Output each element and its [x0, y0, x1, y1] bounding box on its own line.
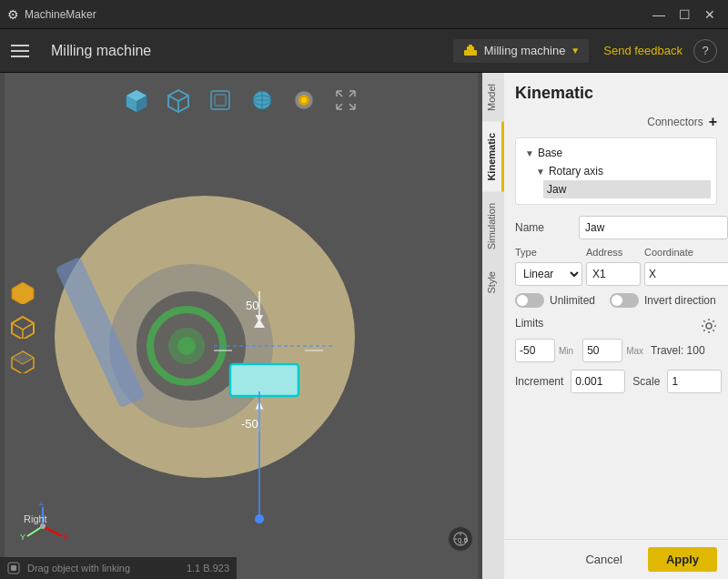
svg-rect-39 — [230, 364, 298, 396]
scale-input[interactable] — [667, 370, 722, 393]
coordinate-select-wrapper: ▼ — [644, 262, 717, 286]
svg-line-29 — [349, 104, 355, 109]
svg-point-19 — [301, 97, 307, 103]
scale-label: Scale — [632, 375, 660, 388]
chevron-down-icon: ▼ — [571, 46, 580, 56]
left-tools — [9, 278, 36, 374]
invert-label: Invert direction — [644, 294, 716, 307]
svg-text:X: X — [63, 533, 68, 542]
coordinate-col-header: Coordinate — [644, 247, 717, 258]
svg-marker-10 — [168, 96, 178, 112]
statusbar-text: Drag object with linking — [27, 563, 130, 574]
machine-icon — [462, 43, 479, 59]
close-button[interactable]: ✕ — [699, 5, 721, 24]
version-text: 1.1 B.923 — [187, 563, 229, 574]
svg-line-59 — [27, 526, 43, 536]
view-expand-button[interactable] — [329, 84, 362, 117]
tool-cube-outline[interactable] — [9, 312, 36, 340]
tab-model[interactable]: Model — [482, 73, 504, 122]
svg-text:-50: -50 — [241, 417, 258, 431]
svg-point-72 — [706, 323, 712, 329]
viewport[interactable]: 50 -50 — [0, 73, 482, 579]
bottom-bar: Cancel Apply — [482, 539, 728, 579]
tool-cube-orange[interactable] — [9, 278, 36, 305]
camera-indicator: 0.0 — [448, 526, 473, 552]
max-label: Max — [626, 346, 643, 356]
tree-item-base[interactable]: ▼ Base — [521, 144, 711, 162]
name-input[interactable] — [579, 216, 728, 239]
apply-button[interactable]: Apply — [648, 547, 717, 572]
tab-kinematic[interactable]: Kinematic — [482, 122, 504, 192]
limits-settings-icon[interactable] — [701, 318, 717, 334]
type-address-coord-headers: Type Address Coordinate — [515, 247, 717, 260]
invert-toggle[interactable] — [610, 293, 639, 308]
machine-selector[interactable]: Milling machine ▼ — [453, 39, 590, 63]
connectors-label: Connectors — [647, 116, 703, 128]
send-feedback-button[interactable]: Send feedback — [603, 44, 682, 57]
unlimited-toggle[interactable] — [515, 293, 544, 308]
view-label: Right — [24, 513, 47, 524]
tree-label-base: Base — [538, 147, 562, 159]
toolbar — [120, 84, 362, 117]
svg-rect-11 — [211, 91, 229, 109]
limit-max-input[interactable] — [582, 339, 622, 362]
view-record-button[interactable] — [288, 84, 320, 117]
name-field-row: Name ... — [515, 216, 717, 239]
svg-marker-51 — [12, 282, 34, 304]
view-back-button[interactable] — [204, 84, 237, 117]
axis-indicator: X Y Z — [18, 502, 68, 552]
view-front-button[interactable] — [162, 84, 195, 117]
limits-section: Limits Min Max Travel: 100 — [515, 317, 717, 362]
svg-marker-9 — [178, 96, 188, 112]
type-select[interactable]: Linear — [515, 262, 582, 286]
unlimited-toggle-group: Unlimited — [515, 293, 595, 308]
right-panel: Model Kinematic Simulation Style Kinemat… — [482, 73, 728, 579]
inc-scale-row: Increment Scale — [515, 370, 717, 393]
tab-simulation[interactable]: Simulation — [482, 192, 504, 260]
unlimited-toggle-thumb — [517, 295, 528, 306]
minimize-button[interactable]: — — [648, 5, 670, 24]
statusbar: Drag object with linking 1.1 B.923 — [0, 557, 237, 579]
view-globe-button[interactable] — [246, 84, 278, 117]
type-address-coord-row: Linear ▼ — [515, 262, 717, 286]
type-col-header: Type — [515, 247, 582, 258]
svg-text:50: 50 — [246, 299, 258, 312]
tree-arrow-base: ▼ — [525, 148, 534, 158]
svg-rect-2 — [469, 45, 472, 47]
tree-label-rotary: Rotary axis — [549, 165, 603, 178]
tree-item-jaw[interactable]: Jaw — [543, 180, 711, 198]
titlebar: ⚙ MachineMaker — ☐ ✕ — [0, 0, 728, 29]
tree-item-rotary[interactable]: ▼ Rotary axis — [532, 162, 711, 180]
tab-style[interactable]: Style — [482, 260, 504, 304]
toggle-row: Unlimited Invert direction — [515, 293, 717, 308]
cancel-button[interactable]: Cancel — [567, 547, 640, 572]
name-label: Name — [515, 221, 579, 234]
menu-button[interactable] — [11, 36, 40, 66]
address-col-header: Address — [586, 247, 641, 258]
add-connector-button[interactable]: + — [709, 114, 717, 130]
invert-toggle-group: Invert direction — [610, 293, 716, 308]
address-input-wrapper — [586, 262, 641, 286]
coordinate-input[interactable] — [644, 262, 728, 286]
main-header: Milling machine Milling machine ▼ Send f… — [0, 29, 728, 73]
limit-min-input[interactable] — [515, 339, 555, 362]
connectors-header: Connectors + — [515, 114, 717, 130]
svg-line-23 — [349, 91, 355, 96]
tool-cube-wire[interactable] — [9, 347, 36, 374]
app-header-title: Milling machine — [51, 43, 453, 59]
increment-input[interactable] — [571, 370, 625, 393]
vertical-tabs: Model Kinematic Simulation Style — [482, 73, 504, 579]
help-button[interactable]: ? — [693, 39, 717, 63]
svg-rect-71 — [11, 565, 16, 571]
travel-label: Travel: 100 — [651, 344, 705, 357]
view-solid-button[interactable] — [120, 84, 153, 117]
drag-icon — [7, 562, 20, 574]
window-controls: — ☐ ✕ — [648, 5, 721, 24]
unlimited-label: Unlimited — [550, 294, 595, 307]
app-title: MachineMaker — [25, 8, 648, 21]
address-input[interactable] — [586, 262, 641, 286]
machine-label: Milling machine — [484, 44, 566, 57]
svg-text:Z: Z — [39, 502, 45, 507]
maximize-button[interactable]: ☐ — [673, 5, 695, 24]
app-icon: ⚙ — [7, 7, 19, 22]
